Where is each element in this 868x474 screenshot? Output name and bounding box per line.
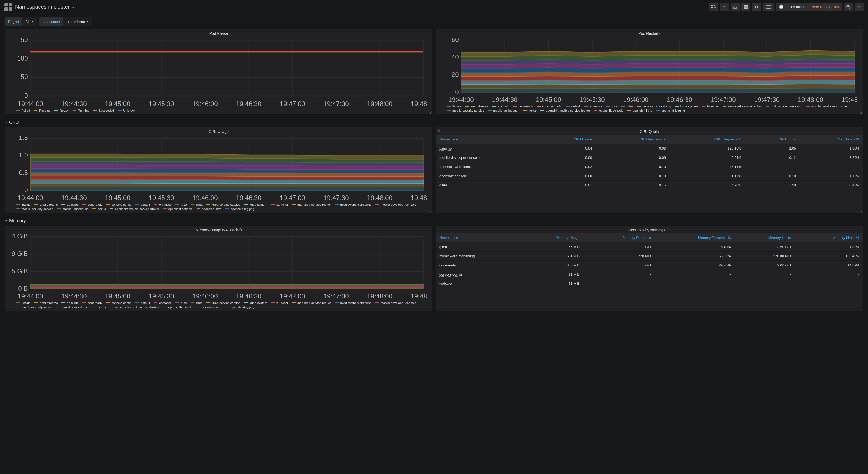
legend-item[interactable]: gitea (191, 301, 203, 304)
table-header[interactable]: Memory Limits (735, 233, 795, 242)
legend-item[interactable]: codeready (83, 301, 102, 304)
table-header[interactable]: CPU Requests▲ (596, 135, 670, 144)
settings-button[interactable]: ⚙ (752, 3, 761, 11)
legend-item[interactable]: openshift-logging (656, 109, 685, 112)
legend-item[interactable]: managed-service-broker (723, 105, 762, 108)
legend-item[interactable]: mobile-security-service (16, 207, 53, 211)
share-button[interactable] (731, 3, 740, 11)
legend-item[interactable]: launcher (271, 301, 288, 304)
legend-item[interactable]: fuse (606, 105, 618, 108)
pod-restarts-chart[interactable]: 020406019:44:0019:44:3019:45:0019:45:301… (436, 37, 863, 103)
namespace-link[interactable]: mobile-developer-console (439, 155, 479, 160)
legend-item[interactable]: kube-system (675, 105, 698, 108)
save-button[interactable] (741, 3, 750, 11)
legend-item[interactable]: apicurito (61, 203, 79, 206)
legend-item[interactable]: 3scale (447, 105, 461, 108)
legend-item[interactable]: Pending (34, 109, 51, 112)
legend-item[interactable]: managed-service-broker (292, 203, 331, 206)
namespace-link[interactable]: codeready (439, 263, 456, 267)
table-header[interactable]: CPU Usage (539, 135, 596, 144)
legend-item[interactable]: launcher (271, 203, 288, 206)
legend-item[interactable]: mobile-developer-console (375, 301, 416, 304)
table-header[interactable]: CPU Limits % (800, 135, 863, 144)
cpu-usage-chart[interactable]: 00.51.01.519:44:0019:44:3019:45:0019:45:… (5, 135, 432, 201)
namespace-link[interactable]: launcher (439, 146, 453, 151)
zoom-out-button[interactable] (844, 3, 853, 11)
legend-item[interactable]: Ready (55, 109, 69, 112)
legend-item[interactable]: default (135, 301, 150, 304)
legend-item[interactable]: console-config (106, 301, 131, 304)
legend-item[interactable]: 3scale (16, 301, 30, 304)
legend-item[interactable]: openshift-ansible-service-broker (540, 109, 590, 112)
legend-item[interactable]: codeready (83, 203, 102, 206)
legend-item[interactable]: 3scale (16, 203, 30, 206)
legend-item[interactable]: enmasse (154, 203, 172, 206)
pod-phase-chart[interactable]: 05010015019:44:0019:44:3019:45:0019:45:3… (5, 37, 432, 107)
legend-item[interactable]: openshift-console (594, 109, 623, 112)
legend-item[interactable]: openshift-logging (225, 207, 254, 211)
legend-item[interactable]: apicurito (492, 105, 509, 108)
legend-item[interactable]: kube-system (244, 203, 267, 206)
legend-item[interactable]: openshift-console (163, 305, 192, 309)
legend-item[interactable]: openshift-ansible-service-broker (110, 207, 159, 211)
memory-row-header[interactable]: ▾ Memory (5, 216, 863, 226)
legend-item[interactable]: amq-streams (34, 203, 58, 206)
legend-item[interactable]: gitea (191, 203, 203, 206)
namespace-link[interactable]: openshift-web-console (439, 165, 474, 169)
legend-item[interactable]: nexus (92, 207, 106, 211)
legend-item[interactable]: mobile-security-service (16, 305, 53, 309)
legend-item[interactable]: openshift-ansible-service-broker (110, 305, 159, 309)
legend-item[interactable]: middleware-monitoring (335, 301, 371, 304)
time-range-picker[interactable]: 🕘 Last 5 minutes Refresh every 10s (776, 3, 842, 11)
legend-item[interactable]: default (566, 105, 581, 108)
namespace-link[interactable]: openshift-console (439, 174, 467, 178)
legend-item[interactable]: openshift-infra (196, 207, 222, 211)
legend-item[interactable]: launcher (702, 105, 719, 108)
star-button[interactable]: ☆ (720, 3, 729, 11)
legend-item[interactable]: fuse (176, 301, 187, 304)
legend-item[interactable]: mobile-unifiedpush (57, 207, 89, 211)
datasource-variable[interactable]: datasource prometheus▼ (39, 17, 92, 26)
legend-item[interactable]: mobile-unifiedpush (57, 305, 89, 309)
cpu-row-header[interactable]: ▾ CPU (5, 118, 863, 127)
legend-item[interactable]: openshift-infra (196, 305, 222, 309)
legend-item[interactable]: kube-service-catalog (637, 105, 671, 108)
legend-item[interactable]: Unknown (118, 109, 136, 112)
namespace-link[interactable]: console-config (439, 272, 462, 277)
table-header[interactable]: CPU Requests % (670, 135, 745, 144)
legend-item[interactable]: mobile-developer-console (806, 105, 847, 108)
cycle-view-button[interactable] (763, 3, 774, 11)
legend-item[interactable]: mobile-security-service (447, 109, 484, 112)
legend-item[interactable]: middleware-monitoring (766, 105, 802, 108)
legend-item[interactable]: kube-system (244, 301, 267, 304)
table-header[interactable]: Namespace (436, 135, 539, 144)
table-header[interactable]: Memory Requests % (655, 233, 734, 242)
legend-item[interactable]: mobile-developer-console (375, 203, 416, 206)
popout-icon[interactable]: ⧉ (438, 129, 440, 133)
legend-item[interactable]: nexus (523, 109, 537, 112)
legend-item[interactable]: openshift-infra (627, 109, 652, 112)
legend-item[interactable]: apicurito (61, 301, 79, 304)
legend-item[interactable]: Failed (16, 109, 30, 112)
legend-item[interactable]: openshift-console (163, 207, 192, 211)
legend-item[interactable]: amq-streams (34, 301, 58, 304)
legend-item[interactable]: amq-streams (465, 105, 489, 108)
table-header[interactable]: Memory Requests (583, 233, 655, 242)
add-panel-button[interactable]: + (709, 3, 718, 11)
namespace-link[interactable]: middleware-monitoring (439, 254, 475, 258)
dashboard-title-dropdown[interactable]: Namespaces in cluster ▼ (15, 4, 74, 10)
legend-item[interactable]: Running (72, 109, 90, 112)
legend-item[interactable]: gitea (621, 105, 633, 108)
memory-usage-chart[interactable]: 0 B5 GiB9 GiB14 GiB19:44:0019:44:3019:45… (5, 233, 432, 300)
namespace-link[interactable]: gitea (439, 245, 447, 249)
legend-item[interactable]: console-config (106, 203, 131, 206)
legend-item[interactable]: middleware-monitoring (335, 203, 371, 206)
legend-item[interactable]: managed-service-broker (292, 301, 331, 304)
namespace-link[interactable]: webapp (439, 282, 452, 286)
legend-item[interactable]: enmasse (584, 105, 602, 108)
legend-item[interactable]: codeready (513, 105, 533, 108)
legend-item[interactable]: kube-service-catalog (207, 203, 241, 206)
legend-item[interactable]: kube-service-catalog (207, 301, 241, 304)
legend-item[interactable]: nexus (92, 305, 106, 309)
table-header[interactable]: Memory Limits % (795, 233, 863, 242)
